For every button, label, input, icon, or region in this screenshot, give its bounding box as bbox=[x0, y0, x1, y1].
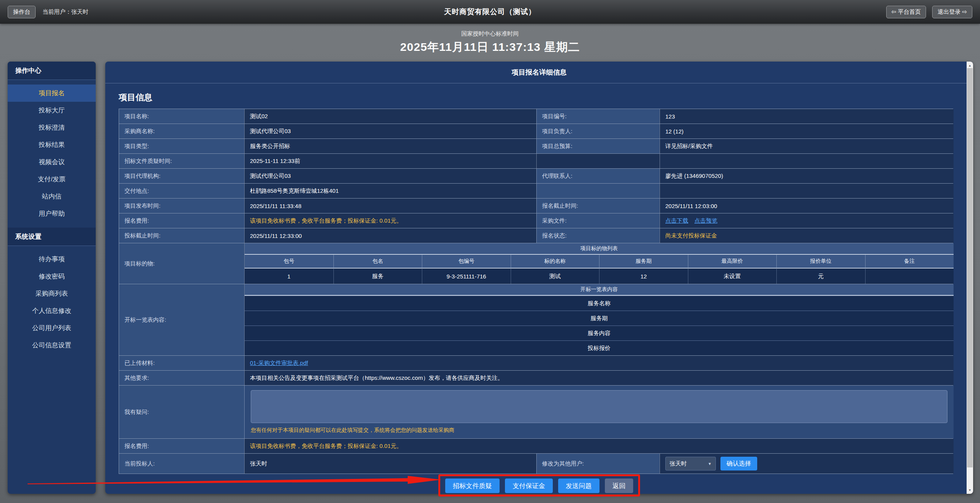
goods-cell: 测试 bbox=[511, 269, 599, 284]
clock-datetime: 2025年11月11日 11:37:13 星期二 bbox=[0, 39, 980, 55]
sidebar-item-0-1[interactable]: 投标大厅 bbox=[8, 102, 96, 119]
scroll-down-button[interactable]: ▼ bbox=[967, 487, 973, 493]
bidform-row: 服务内容 bbox=[245, 326, 954, 340]
download-link[interactable]: 点击下载 bbox=[665, 217, 688, 225]
goods-cell bbox=[865, 269, 954, 284]
scrollbar-thumb[interactable] bbox=[967, 68, 973, 467]
field-value: 测试代理公司03 bbox=[244, 169, 536, 183]
field-label: 项目名称: bbox=[119, 109, 244, 124]
field-label: 采购文件: bbox=[536, 213, 660, 228]
bidform-row: 服务名称 bbox=[245, 296, 954, 311]
field-value: 12 (12) bbox=[660, 124, 954, 138]
field-label: 报名费用: bbox=[119, 213, 244, 228]
sidebar-item-0-0[interactable]: 项目报名 bbox=[8, 85, 96, 102]
table-row-bidform: 开标一览表内容:开标一览表内容服务名称服务期服务内容投标报价 bbox=[119, 284, 953, 356]
goods-column-header: 服务期 bbox=[599, 255, 688, 269]
project-info-table: 项目名称:测试02项目编号:123采购商名称:测试代理公司03项目负责人:12 … bbox=[119, 109, 953, 474]
sidebar-section-list: 待办事项修改密码采购商列表个人信息修改公司用户列表公司信息设置 bbox=[8, 246, 96, 359]
workbench-button[interactable]: 操作台 bbox=[8, 6, 36, 18]
goods-cell: 未设置 bbox=[688, 269, 777, 284]
topbar-actions: ⇦ 平台首页 退出登录 ⇨ bbox=[886, 6, 973, 18]
sidebar-section-header: 操作中心 bbox=[8, 62, 96, 80]
field-label: 代理联系人: bbox=[536, 169, 660, 183]
scroll-up-button[interactable]: ▲ bbox=[967, 62, 973, 68]
bidform-table-title: 开标一览表内容 bbox=[245, 284, 954, 296]
table-row: 其他要求:本项目相关公告及变更事项在招采测试平台（https://www.csz… bbox=[119, 371, 953, 386]
sidebar-item-0-3[interactable]: 投标结果 bbox=[8, 136, 96, 153]
field-value: 张天时 bbox=[244, 454, 536, 474]
goods-column-header: 备注 bbox=[865, 255, 954, 269]
field-label: 项目标的物: bbox=[119, 243, 244, 284]
table-row: 当前投标人:张天时修改为其他用户:张天时▼确认选择 bbox=[119, 454, 953, 474]
sidebar-item-1-2[interactable]: 采购商列表 bbox=[8, 285, 96, 302]
sidebar-item-0-5[interactable]: 支付/发票 bbox=[8, 171, 96, 188]
field-label: 当前投标人: bbox=[119, 454, 244, 474]
sidebar-item-1-0[interactable]: 待办事项 bbox=[8, 251, 96, 268]
field-label: 已上传材料: bbox=[119, 356, 244, 370]
challenge-bid-document-button[interactable]: 招标文件质疑 bbox=[445, 479, 500, 493]
sidebar-item-0-6[interactable]: 站内信 bbox=[8, 188, 96, 205]
question-cell: 您有任何对于本项目的疑问都可以在此处填写提交，系统将会把您的问题发送给采购商 bbox=[244, 386, 954, 438]
field-label: 招标文件质疑时间: bbox=[119, 154, 244, 168]
pay-deposit-button[interactable]: 支付保证金 bbox=[505, 479, 553, 493]
top-bar: 操作台 当前用户：张天时 天时商贸有限公司（测试） ⇦ 平台首页 退出登录 ⇨ bbox=[0, 0, 980, 24]
field-label: 项目负责人: bbox=[536, 124, 660, 138]
field-label: 修改为其他用户: bbox=[536, 454, 660, 474]
goods-column-header: 报价单位 bbox=[776, 255, 865, 269]
field-value: 2025-11-11 12:33前 bbox=[244, 154, 536, 168]
table-row: 投标截止时间:2025/11/11 12:33:00报名状态:尚未支付投标保证金 bbox=[119, 228, 953, 243]
standard-time-block: 国家授时中心标准时间 2025年11月11日 11:37:13 星期二 bbox=[0, 24, 980, 62]
field-label: 采购商名称: bbox=[119, 124, 244, 138]
logout-button[interactable]: 退出登录 ⇨ bbox=[932, 6, 972, 18]
table-row: 招标文件质疑时间:2025-11-11 12:33前 bbox=[119, 154, 953, 169]
field-value: 2025/11/11 12:03:00 bbox=[660, 199, 954, 213]
field-label: 我有疑问: bbox=[119, 386, 244, 438]
goods-column-header: 最高限价 bbox=[688, 255, 777, 269]
sidebar-item-1-1[interactable]: 修改密码 bbox=[8, 268, 96, 285]
sidebar-item-1-4[interactable]: 公司用户列表 bbox=[8, 319, 96, 337]
table-row: 项目类型:服务类公开招标项目总预算:详见招标/采购文件 bbox=[119, 139, 953, 154]
field-label: 投标截止时间: bbox=[119, 228, 244, 243]
field-label: 项目类型: bbox=[119, 139, 244, 153]
field-value: 01-采购文件审批表.pdf bbox=[244, 356, 954, 370]
main-panel: 项目报名详细信息 项目信息 项目名称:测试02项目编号:123采购商名称:测试代… bbox=[105, 62, 973, 494]
question-hint: 您有任何对于本项目的疑问都可以在此处填写提交，系统将会把您的问题发送给采购商 bbox=[251, 427, 947, 434]
sidebar-section-header: 系统设置 bbox=[8, 228, 96, 246]
field-value: 123 bbox=[660, 109, 954, 124]
table-row: 交付地点:杜鹃路858号奥克斯缔壹城12栋401 bbox=[119, 184, 953, 199]
field-value: 服务类公开招标 bbox=[244, 139, 536, 153]
uploaded-file-link[interactable]: 01-采购文件审批表.pdf bbox=[250, 360, 308, 367]
send-question-button[interactable]: 发送问题 bbox=[558, 479, 599, 493]
field-label: 报名截止时间: bbox=[536, 199, 660, 213]
field-label: 报名状态: bbox=[536, 228, 660, 243]
goods-column-header: 包编号 bbox=[422, 255, 511, 269]
field-label: 交付地点: bbox=[119, 184, 244, 198]
field-value: 该项目免收标书费，免收平台服务费；投标保证金: 0.01元。 bbox=[244, 439, 954, 453]
bidder-user-select-value: 张天时 bbox=[670, 460, 687, 467]
platform-home-button[interactable]: ⇦ 平台首页 bbox=[886, 6, 926, 18]
sidebar-item-0-7[interactable]: 用户帮助 bbox=[8, 205, 96, 222]
preview-link[interactable]: 点击预览 bbox=[694, 217, 717, 225]
field-value: 该项目免收标书费，免收平台服务费；投标保证金: 0.01元。 bbox=[244, 213, 536, 228]
field-value: 杜鹃路858号奥克斯缔壹城12栋401 bbox=[244, 184, 536, 198]
vertical-scrollbar[interactable]: ▲ ▼ bbox=[967, 62, 973, 494]
back-button[interactable]: 返回 bbox=[605, 479, 633, 493]
sidebar-item-0-4[interactable]: 视频会议 bbox=[8, 153, 96, 171]
field-label bbox=[536, 154, 660, 168]
sidebar: 操作中心项目报名投标大厅投标澄清投标结果视频会议支付/发票站内信用户帮助系统设置… bbox=[8, 62, 96, 494]
bidder-user-select[interactable]: 张天时▼ bbox=[665, 457, 716, 470]
goods-cell: 1 bbox=[245, 269, 333, 284]
goods-grid: 包号包名包编号标的名称服务期最高限价报价单位备注1服务9-3-251111-71… bbox=[245, 255, 954, 284]
question-textarea[interactable] bbox=[251, 390, 947, 423]
field-label: 其他要求: bbox=[119, 371, 244, 385]
confirm-select-button[interactable]: 确认选择 bbox=[720, 457, 757, 470]
clock-caption: 国家授时中心标准时间 bbox=[0, 24, 980, 37]
sidebar-item-1-5[interactable]: 公司信息设置 bbox=[8, 337, 96, 354]
field-label: 开标一览表内容: bbox=[119, 284, 244, 355]
field-value: 点击下载点击预览 bbox=[660, 213, 954, 228]
sidebar-item-1-3[interactable]: 个人信息修改 bbox=[8, 302, 96, 319]
table-row-question: 我有疑问:您有任何对于本项目的疑问都可以在此处填写提交，系统将会把您的问题发送给… bbox=[119, 386, 953, 439]
company-title: 天时商贸有限公司（测试） bbox=[444, 7, 536, 17]
section-title-project-info: 项目信息 bbox=[119, 92, 973, 103]
sidebar-item-0-2[interactable]: 投标澄清 bbox=[8, 119, 96, 136]
